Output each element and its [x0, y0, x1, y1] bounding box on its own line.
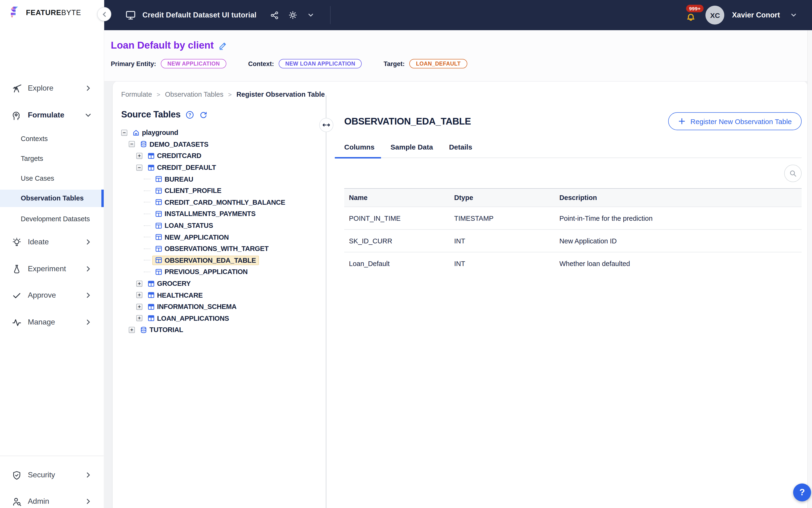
page-title: Loan Default by client: [111, 40, 214, 51]
tree-item[interactable]: OBSERVATIONS_WITH_TARGET: [121, 243, 326, 254]
source-tables-tree: − playground −: [121, 127, 326, 336]
tree-item[interactable]: + CREDITCARD: [121, 150, 326, 162]
tree-item[interactable]: + LOAN_APPLICATIONS: [121, 312, 326, 324]
sidebar-item-experiment[interactable]: Experiment: [0, 262, 104, 276]
table-row[interactable]: Loan_Default INT Whether loan defaulted: [344, 252, 802, 274]
edit-title-icon[interactable]: [218, 41, 227, 50]
gear-icon[interactable]: [287, 9, 299, 21]
tree-item[interactable]: NEW_APPLICATION: [121, 231, 326, 243]
register-new-observation-table-button[interactable]: Register New Observation Table: [668, 112, 802, 130]
column-header-description: Description: [554, 188, 802, 207]
cell-description: Whether loan defaulted: [554, 252, 802, 274]
sidebar-item-approve[interactable]: Approve: [0, 289, 104, 302]
primary-entity-pill[interactable]: NEW APPLICATION: [161, 59, 226, 69]
sidebar-item-label: Manage: [28, 318, 55, 326]
tree-item-label: OBSERVATION_EDA_TABLE: [165, 257, 256, 264]
sidebar-item-contexts[interactable]: Contexts: [0, 132, 104, 145]
database-icon: [140, 141, 147, 148]
tree-expander[interactable]: −: [136, 164, 142, 171]
schema-icon: [148, 152, 155, 160]
project-title[interactable]: Credit Default Dataset UI tutorial: [142, 11, 257, 19]
tree-item[interactable]: PREVIOUS_APPLICATION: [121, 266, 326, 278]
sidebar-item-ideate[interactable]: Ideate: [0, 236, 104, 249]
target-pill[interactable]: LOAN_DEFAULT: [409, 59, 467, 69]
tree-item[interactable]: CLIENT_PROFILE: [121, 185, 326, 197]
featurebyte-logo[interactable]: FEATUREBYTE: [9, 6, 81, 20]
head-gear-icon: [11, 110, 22, 120]
cell-name: Loan_Default: [344, 252, 449, 274]
tab-sample-data[interactable]: Sample Data: [391, 143, 433, 158]
notifications-bell-icon[interactable]: 999+: [684, 8, 698, 22]
tree-expander[interactable]: [144, 237, 150, 237]
tree-expander[interactable]: −: [121, 130, 127, 136]
breadcrumb-formulate[interactable]: Formulate: [121, 91, 152, 98]
cell-name: SK_ID_CURR: [344, 229, 449, 252]
selected-table-title: OBSERVATION_EDA_TABLE: [344, 116, 471, 127]
tab-columns[interactable]: Columns: [344, 143, 374, 158]
tree-item[interactable]: INSTALLMENTS_PAYMENTS: [121, 208, 326, 220]
tree-expander[interactable]: +: [136, 292, 142, 298]
tree-expander[interactable]: [144, 225, 150, 226]
scrollbar-track[interactable]: [807, 30, 812, 508]
tree-item[interactable]: + HEALTHCARE: [121, 289, 326, 301]
sidebar-item-use-cases[interactable]: Use Cases: [0, 172, 104, 184]
tree-item[interactable]: OBSERVATION_EDA_TABLE: [121, 254, 326, 266]
check-icon: [11, 290, 22, 300]
table-row[interactable]: POINT_IN_TIME TIMESTAMP Point-in-Time fo…: [344, 207, 802, 229]
tree-item[interactable]: BUREAU: [121, 173, 326, 185]
tree-expander[interactable]: −: [129, 141, 135, 147]
tree-item-label: BUREAU: [165, 175, 193, 183]
chevron-right-icon: [85, 239, 91, 245]
tree-item[interactable]: + INFORMATION_SCHEMA: [121, 301, 326, 312]
help-button[interactable]: ?: [793, 483, 811, 501]
tree-expander[interactable]: +: [136, 281, 142, 287]
sidebar-item-explore[interactable]: Explore: [0, 82, 104, 95]
context-pill[interactable]: NEW LOAN APPLICATION: [279, 59, 362, 69]
refresh-icon[interactable]: [199, 110, 208, 119]
panel-resize-handle[interactable]: [319, 118, 333, 132]
sidebar-item-targets[interactable]: Targets: [0, 152, 104, 165]
sidebar-item-formulate[interactable]: Formulate: [0, 109, 104, 122]
tree-item[interactable]: + TUTORIAL: [121, 324, 326, 336]
sidebar-item-security[interactable]: Security: [0, 468, 104, 481]
help-circle-icon[interactable]: ?: [185, 110, 194, 119]
house-icon: [133, 129, 140, 136]
share-icon[interactable]: [269, 9, 281, 21]
tree-expander[interactable]: +: [136, 303, 142, 310]
tree-expander[interactable]: [144, 214, 150, 214]
breadcrumb-observation-tables[interactable]: Observation Tables: [165, 91, 224, 98]
search-button[interactable]: [784, 165, 802, 182]
search-icon: [789, 169, 797, 177]
avatar[interactable]: XC: [706, 6, 725, 25]
tree-expander[interactable]: [144, 202, 150, 203]
sidebar-collapse-button[interactable]: [97, 7, 111, 21]
tree-expander[interactable]: +: [136, 153, 142, 159]
table-row[interactable]: SK_ID_CURR INT New Application ID: [344, 229, 802, 252]
context-label: Context:: [248, 60, 274, 67]
sidebar-item-manage[interactable]: Manage: [0, 315, 104, 329]
sidebar-item-development-datasets[interactable]: Development Datasets: [0, 213, 104, 225]
tree-expander[interactable]: [144, 248, 150, 249]
tree-item-label: LOAN_STATUS: [165, 222, 213, 229]
tree-item[interactable]: − CREDIT_DEFAULT: [121, 162, 326, 173]
tree-expander[interactable]: +: [136, 315, 142, 322]
tree-item[interactable]: − playground: [121, 127, 326, 138]
chevron-down-icon[interactable]: [305, 9, 317, 21]
tree-expander[interactable]: [144, 260, 150, 261]
tree-item[interactable]: LOAN_STATUS: [121, 220, 326, 231]
tab-details[interactable]: Details: [449, 143, 472, 158]
table-detail-panel: OBSERVATION_EDA_TABLE Register New Obser…: [326, 105, 808, 508]
tree-expander[interactable]: [144, 190, 150, 191]
tree-item-label: LOAN_APPLICATIONS: [157, 314, 229, 322]
tree-expander[interactable]: [144, 272, 150, 272]
user-menu-chevron-icon[interactable]: [787, 9, 800, 21]
tree-expander[interactable]: [144, 179, 150, 179]
tree-item[interactable]: − DEMO_DATASETS: [121, 138, 326, 150]
target-label: Target:: [384, 60, 405, 67]
sidebar-item-label: Ideate: [28, 238, 49, 246]
tree-expander[interactable]: +: [129, 327, 135, 333]
tree-item[interactable]: + GROCERY: [121, 278, 326, 289]
sidebar-item-admin[interactable]: Admin: [0, 495, 104, 508]
sidebar-item-observation-tables[interactable]: Observation Tables: [0, 192, 104, 204]
tree-item[interactable]: CREDIT_CARD_MONTHLY_BALANCE: [121, 197, 326, 208]
